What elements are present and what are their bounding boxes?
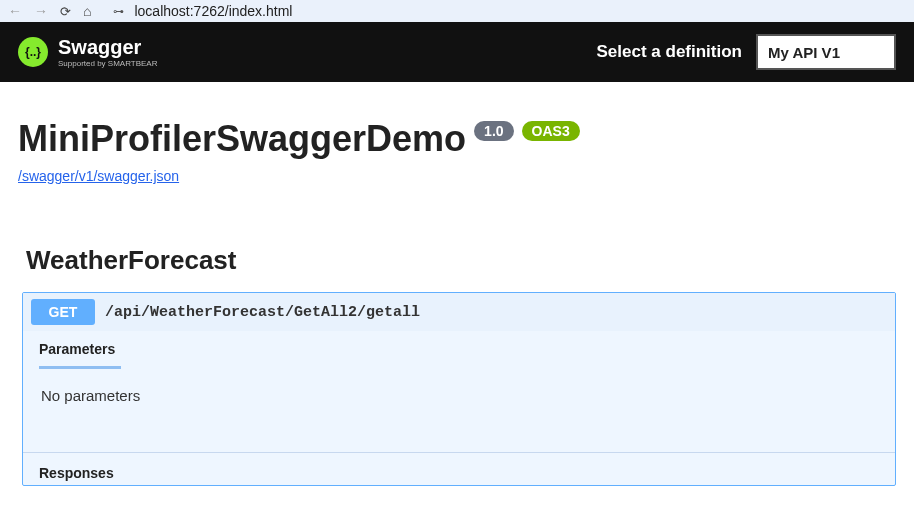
reload-icon[interactable]: ⟳	[60, 4, 71, 19]
url-text: localhost:7262/index.html	[134, 3, 292, 19]
parameters-heading: Parameters	[23, 331, 131, 357]
home-icon[interactable]: ⌂	[83, 3, 91, 19]
swagger-json-link[interactable]: /swagger/v1/swagger.json	[18, 168, 179, 184]
site-info-icon[interactable]: ⊶	[113, 5, 124, 18]
swagger-topbar: {..} Swagger Supported by SMARTBEAR Sele…	[0, 22, 914, 82]
definition-label: Select a definition	[597, 42, 742, 62]
brand-name: Swagger	[58, 37, 157, 57]
definition-dropdown[interactable]: My API V1	[756, 34, 896, 70]
browser-toolbar: ← → ⟳ ⌂ ⊶ localhost:7262/index.html	[0, 0, 914, 22]
definition-selector: Select a definition My API V1	[597, 34, 896, 70]
operation-body: Parameters No parameters Responses	[23, 331, 895, 485]
responses-heading: Responses	[23, 453, 895, 485]
operation-header[interactable]: GET /api/WeatherForecast/GetAll2/getall	[23, 293, 895, 331]
tag-heading[interactable]: WeatherForecast	[26, 245, 896, 276]
definition-value: My API V1	[768, 44, 840, 61]
operation-path: /api/WeatherForecast/GetAll2/getall	[105, 304, 420, 321]
forward-icon[interactable]: →	[34, 3, 48, 19]
http-method-badge: GET	[31, 299, 95, 325]
brand: {..} Swagger Supported by SMARTBEAR	[18, 37, 157, 68]
oas-badge: OAS3	[522, 121, 580, 141]
version-badge: 1.0	[474, 121, 513, 141]
swagger-logo-icon: {..}	[18, 37, 48, 67]
api-title-row: MiniProfilerSwaggerDemo 1.0 OAS3	[18, 118, 896, 160]
operation-block: GET /api/WeatherForecast/GetAll2/getall …	[22, 292, 896, 486]
api-title: MiniProfilerSwaggerDemo	[18, 118, 466, 160]
main-content: MiniProfilerSwaggerDemo 1.0 OAS3 /swagge…	[0, 82, 914, 486]
brand-subtext: Supported by SMARTBEAR	[58, 60, 157, 68]
no-parameters-text: No parameters	[23, 369, 895, 452]
back-icon[interactable]: ←	[8, 3, 22, 19]
